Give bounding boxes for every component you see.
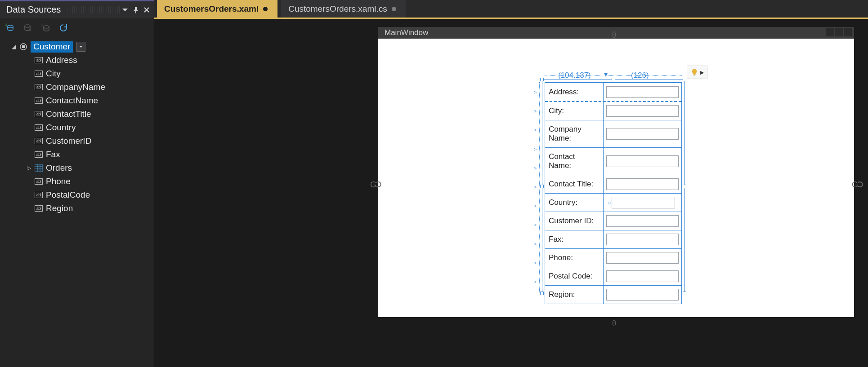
resize-handle-n[interactable] <box>612 78 615 81</box>
tree-node-phone[interactable]: Phone <box>4 175 152 188</box>
tree-label[interactable]: CompanyName <box>46 82 105 92</box>
form-row[interactable]: Company Name: <box>545 120 681 147</box>
data-sources-tree[interactable]: ◢ Customer AddressCityCompanyNameContact… <box>0 37 154 215</box>
tree-node-country[interactable]: Country <box>4 121 152 134</box>
quick-actions-button[interactable]: ▶ <box>687 66 707 79</box>
row-marker-icon[interactable]: ▹ <box>534 221 539 226</box>
ruler-col1 <box>605 75 682 76</box>
tree-label[interactable]: Address <box>46 55 77 65</box>
right-edge-handle-icon[interactable]: G Ɔ <box>852 180 862 190</box>
tab-customersorders-xaml-cs[interactable]: CustomersOrders.xaml.cs <box>281 0 406 18</box>
designer-canvas[interactable]: MainWindow ⨀ ⨀ G Ɔ G Ɔ (104.137) (126 <box>154 19 868 367</box>
text-field-icon <box>34 123 43 132</box>
tree-label[interactable]: Country <box>46 123 76 133</box>
tree-node-fax[interactable]: Fax <box>4 148 152 161</box>
tree-node-region[interactable]: Region <box>4 202 152 215</box>
form-row[interactable]: Contact Name: <box>545 147 681 175</box>
tree-node-city[interactable]: City <box>4 67 152 80</box>
resize-handle-sw[interactable] <box>540 292 544 295</box>
form-input[interactable] <box>606 86 679 98</box>
ruler-grip-icon[interactable]: ▾ <box>604 70 608 79</box>
row-marker-icon[interactable]: ▹ <box>534 107 539 113</box>
tree-node-customer[interactable]: ◢ Customer <box>4 40 152 53</box>
designer-binding-glyph-icon[interactable]: ○ <box>608 199 612 206</box>
form-input[interactable] <box>606 178 679 190</box>
tree-node-contacttitle[interactable]: ContactTitle <box>4 107 152 121</box>
form-input[interactable] <box>606 289 679 301</box>
tree-node-postalcode[interactable]: PostalCode <box>4 188 152 202</box>
row-marker-icon[interactable]: ▹ <box>534 202 539 208</box>
form-row[interactable]: Contact Title: <box>545 175 681 193</box>
form-row[interactable]: Address: <box>545 83 681 101</box>
form-input[interactable] <box>606 252 679 264</box>
tree-label[interactable]: ContactTitle <box>46 109 91 119</box>
tree-label[interactable]: Orders <box>46 163 72 173</box>
form-input[interactable] <box>606 128 679 140</box>
row-marker-icon[interactable]: ▹ <box>534 240 539 246</box>
tree-node-dropdown[interactable] <box>76 42 85 52</box>
row-marker-icon[interactable]: ▹ <box>534 183 539 189</box>
tree-node-companyname[interactable]: CompanyName <box>4 80 152 94</box>
tree-label[interactable]: Region <box>46 203 73 213</box>
resize-handle-w[interactable] <box>540 185 544 188</box>
tree-node-orders[interactable]: ▷Orders <box>4 161 152 175</box>
tab-customersorders-xaml[interactable]: CustomersOrders.xaml <box>157 0 277 18</box>
resize-handle-se[interactable] <box>683 292 686 295</box>
expand-arrow-icon[interactable]: ▷ <box>26 165 31 171</box>
tree-node-contactname[interactable]: ContactName <box>4 94 152 107</box>
form-grid[interactable]: ▶ Address:City:Company Name:Contact Name… <box>545 82 682 304</box>
refresh-button[interactable] <box>58 23 68 33</box>
design-surface[interactable]: ⨀ ⨀ G Ɔ G Ɔ (104.137) (126) ▾ <box>378 39 854 317</box>
link-bottom-icon[interactable]: ⨀ <box>612 319 619 326</box>
tree-label[interactable]: CustomerID <box>46 136 91 146</box>
resize-handle-ne[interactable] <box>683 78 686 81</box>
pin-icon[interactable] <box>132 6 139 13</box>
form-input[interactable] <box>606 270 679 282</box>
form-input[interactable] <box>606 105 679 117</box>
tree-label[interactable]: ContactName <box>46 96 98 106</box>
form-input[interactable] <box>612 197 675 208</box>
form-row[interactable]: Region: <box>545 285 681 304</box>
link-top-icon[interactable]: ⨀ <box>612 31 619 38</box>
add-datasource-button[interactable]: + <box>4 23 14 33</box>
tree-label[interactable]: Customer <box>31 41 73 53</box>
window-buttons <box>826 28 852 36</box>
left-edge-handle-icon[interactable]: G Ɔ <box>370 180 380 190</box>
edit-datasource-button[interactable] <box>22 23 32 33</box>
row-marker-icon[interactable]: ▹ <box>534 126 539 132</box>
close-icon[interactable] <box>143 6 150 13</box>
form-input[interactable] <box>606 234 679 245</box>
tree-label[interactable]: Phone <box>46 177 71 186</box>
row-marker-icon[interactable]: ▹ <box>534 146 539 151</box>
resize-handle-e[interactable] <box>683 185 686 188</box>
form-row[interactable]: Postal Code: <box>545 267 681 285</box>
panel-grip[interactable] <box>67 6 120 13</box>
form-row[interactable]: City: <box>545 101 681 120</box>
tree-label[interactable]: Fax <box>46 150 60 159</box>
row-marker-icon[interactable]: ▹ <box>534 88 539 94</box>
minimize-icon[interactable] <box>826 28 834 36</box>
svg-text:+: + <box>4 23 8 28</box>
add-query-button[interactable]: + <box>40 23 50 33</box>
form-row[interactable]: Phone: <box>545 248 681 267</box>
form-row[interactable]: Fax: <box>545 230 681 248</box>
resize-handle-nw[interactable] <box>540 78 544 81</box>
panel-dropdown-icon[interactable] <box>121 6 129 13</box>
tree-label[interactable]: City <box>46 69 61 79</box>
row-marker-icon[interactable]: ▹ <box>534 278 539 283</box>
form-row[interactable]: Country:○ <box>545 193 681 212</box>
row-marker-icon[interactable]: ▹ <box>534 259 539 265</box>
form-input[interactable] <box>606 155 679 167</box>
form-row[interactable]: Customer ID: <box>545 212 681 230</box>
svg-point-4 <box>44 26 49 28</box>
tree-node-address[interactable]: Address <box>4 53 152 67</box>
expand-arrow-icon[interactable]: ◢ <box>11 44 16 50</box>
tree-node-customerid[interactable]: CustomerID <box>4 134 152 148</box>
tree-label[interactable]: PostalCode <box>46 190 90 200</box>
form-input[interactable] <box>606 215 679 227</box>
close-window-icon[interactable] <box>844 28 852 36</box>
data-sources-panel: Data Sources + <box>0 0 154 367</box>
panel-title: Data Sources <box>6 4 61 15</box>
row-marker-icon[interactable]: ▹ <box>534 164 539 170</box>
maximize-icon[interactable] <box>835 28 843 36</box>
